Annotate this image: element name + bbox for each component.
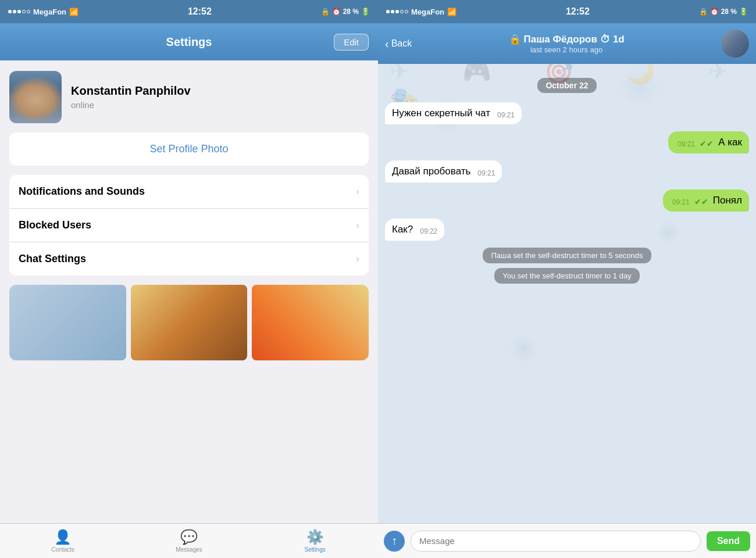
tab-bar: 👤 Contacts 💬 Messages ⚙️ Settings: [0, 523, 378, 558]
messages-area: October 22 Нужен секретный чат 09:21 09:…: [378, 64, 756, 523]
nav-bar-left: Settings Edit: [0, 23, 378, 60]
time-left: 12:52: [188, 6, 212, 17]
chevron-right-icon-chat: ›: [356, 253, 359, 265]
wallpaper-thumb-3[interactable]: [252, 285, 369, 360]
status-bar-left: MegaFon 📶 12:52 🔒 ⏰ 28 % 🔋: [0, 0, 378, 23]
message-text: Как?: [392, 223, 413, 236]
timer-value: 1d: [613, 34, 625, 45]
avatar-image: [9, 71, 62, 123]
carrier-name-left: MegaFon: [33, 8, 66, 16]
message-time: 09:21: [477, 169, 495, 178]
message-row: 09:21 ✔✔ Понял: [385, 189, 749, 212]
wallpaper-thumb-2[interactable]: [131, 285, 248, 360]
signal-icon-right: [386, 10, 408, 13]
battery-right: 🔒 ⏰ 28 % 🔋: [699, 8, 748, 16]
message-row: Давай пробовать 09:21: [385, 160, 749, 183]
settings-icon: ⚙️: [306, 529, 324, 545]
chat-settings-item[interactable]: Chat Settings ›: [9, 242, 369, 276]
send-button[interactable]: Send: [707, 531, 750, 551]
message-row: Нужен секретный чат 09:21: [385, 102, 749, 124]
checkmarks-icon: ✔✔: [694, 196, 708, 207]
back-label: Back: [391, 38, 412, 49]
back-button[interactable]: ‹ Back: [385, 38, 412, 49]
message-text: А как: [718, 136, 742, 149]
tab-messages[interactable]: 💬 Messages: [126, 529, 252, 553]
wifi-icon-right: 📶: [447, 8, 457, 16]
chat-name: 🔒 Паша Фёдоров ⏱ 1d: [416, 33, 716, 45]
tab-contacts[interactable]: 👤 Contacts: [0, 529, 126, 553]
signal-icon: [8, 10, 30, 13]
avatar: [9, 71, 62, 123]
attach-icon: ↑: [391, 534, 397, 548]
wallpaper-section: [9, 285, 369, 360]
chat-status: last seen 2 hours ago: [416, 45, 716, 54]
system-message: Паша set the self-destruct timer to 5 se…: [483, 248, 651, 263]
message-row: Как? 09:22: [385, 219, 749, 241]
message-text: Давай пробовать: [392, 165, 470, 178]
notifications-sounds-item[interactable]: Notifications and Sounds ›: [9, 175, 369, 209]
profile-status: online: [71, 100, 369, 110]
lock-icon-left: 🔒: [321, 8, 330, 16]
profile-section: Konstantin Panphilov online: [0, 60, 378, 133]
status-bar-right: MegaFon 📶 12:52 🔒 ⏰ 28 % 🔋: [378, 0, 756, 23]
tab-contacts-label: Contacts: [52, 546, 74, 553]
settings-title: Settings: [166, 35, 212, 49]
wifi-icon-left: 📶: [69, 8, 79, 16]
message-text: Понял: [713, 194, 742, 207]
edit-button[interactable]: Edit: [334, 34, 369, 51]
battery-icon-right: 🔋: [739, 8, 748, 16]
message-bubble: Нужен секретный чат 09:21: [385, 102, 522, 124]
lock-chat-icon: 🔒: [509, 33, 521, 45]
battery-percent-right: 28 %: [721, 8, 737, 16]
message-bubble: 09:21 ✔✔ Понял: [663, 189, 749, 212]
chat-settings-label: Chat Settings: [19, 253, 86, 265]
message-bubble: Как? 09:22: [385, 219, 444, 241]
battery-percent-left: 28 %: [343, 8, 359, 16]
chat-name-text: Паша Фёдоров: [524, 34, 597, 45]
carrier-left: MegaFon 📶: [8, 8, 79, 16]
set-photo-section: Set Profile Photo: [9, 133, 369, 166]
input-bar: ↑ Send: [378, 523, 756, 558]
set-profile-photo-button[interactable]: Set Profile Photo: [9, 133, 369, 166]
carrier-right: MegaFon 📶: [386, 8, 457, 16]
blocked-users-item[interactable]: Blocked Users ›: [9, 209, 369, 242]
chevron-right-icon-notifications: ›: [356, 185, 359, 198]
date-badge: October 22: [537, 78, 596, 93]
message-time: 09:21: [677, 140, 695, 149]
timer-icon: ⏱: [600, 34, 610, 45]
chat-contact-avatar[interactable]: [721, 30, 749, 58]
chat-nav-bar: ‹ Back 🔒 Паша Фёдоров ⏱ 1d last seen 2 h…: [378, 23, 756, 64]
message-input[interactable]: [411, 531, 701, 552]
battery-icon-left: 🔋: [361, 8, 370, 16]
settings-menu: Notifications and Sounds › Blocked Users…: [9, 175, 369, 276]
alarm-icon-right: ⏰: [710, 8, 719, 16]
right-panel: MegaFon 📶 12:52 🔒 ⏰ 28 % 🔋 ‹ Back 🔒 Паша…: [378, 0, 756, 558]
messages-icon: 💬: [180, 529, 198, 545]
lock-icon-right: 🔒: [699, 8, 708, 16]
profile-info: Konstantin Panphilov online: [71, 84, 369, 110]
left-panel: MegaFon 📶 12:52 🔒 ⏰ 28 % 🔋 Settings Edit…: [0, 0, 378, 558]
message-bubble: 09:21 ✔✔ А как: [668, 131, 749, 153]
chevron-right-icon-blocked: ›: [356, 219, 359, 231]
profile-name: Konstantin Panphilov: [71, 84, 369, 98]
alarm-icon-left: ⏰: [332, 8, 341, 16]
message-text: Нужен секретный чат: [392, 107, 490, 120]
time-right: 12:52: [566, 6, 590, 17]
message-time: 09:21: [672, 198, 690, 208]
battery-left: 🔒 ⏰ 28 % 🔋: [321, 8, 370, 16]
wallpaper-thumb-1[interactable]: [9, 285, 126, 360]
back-chevron-icon: ‹: [385, 38, 389, 49]
tab-messages-label: Messages: [176, 546, 202, 553]
message-time: 09:21: [497, 111, 515, 120]
message-row: 09:21 ✔✔ А как: [385, 131, 749, 153]
message-bubble: Давай пробовать 09:21: [385, 160, 502, 183]
tab-settings[interactable]: ⚙️ Settings: [252, 529, 378, 553]
carrier-name-right: MegaFon: [411, 8, 444, 16]
contacts-icon: 👤: [54, 529, 72, 545]
chat-header-center: 🔒 Паша Фёдоров ⏱ 1d last seen 2 hours ag…: [416, 33, 716, 54]
blocked-users-label: Blocked Users: [19, 219, 91, 231]
attach-button[interactable]: ↑: [384, 531, 405, 552]
system-message: You set the self-destruct timer to 1 day: [494, 268, 639, 284]
message-time: 09:22: [420, 227, 437, 237]
tab-settings-label: Settings: [305, 546, 326, 553]
